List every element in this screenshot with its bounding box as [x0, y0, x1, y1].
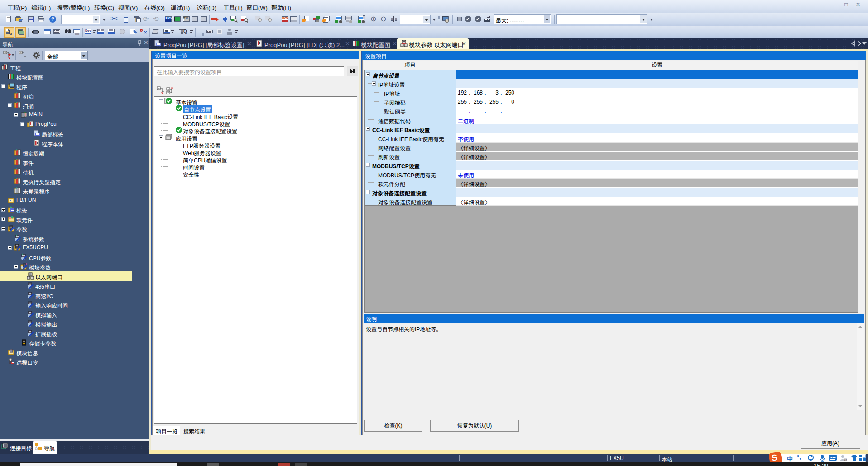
- svg-text:18: 18: [844, 458, 847, 461]
